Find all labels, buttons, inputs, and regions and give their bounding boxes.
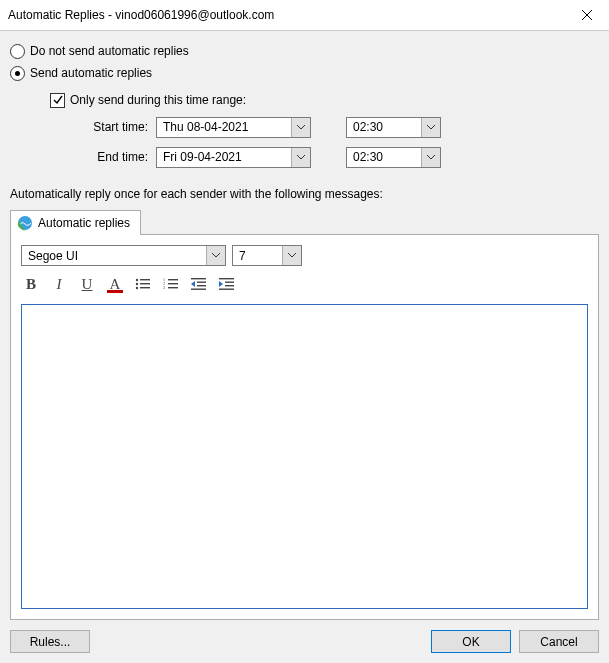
- close-button[interactable]: [564, 0, 609, 30]
- svg-point-7: [136, 287, 138, 289]
- dialog-body: Do not send automatic replies Send autom…: [0, 31, 609, 620]
- spacer: [98, 630, 423, 653]
- format-toolbar: B I U A 1 2 3: [21, 274, 588, 294]
- radio-label: Do not send automatic replies: [30, 44, 189, 58]
- svg-marker-24: [219, 281, 223, 287]
- tab-label: Automatic replies: [38, 216, 130, 230]
- font-size-value: 7: [233, 246, 282, 265]
- svg-rect-12: [168, 283, 178, 284]
- svg-rect-6: [140, 283, 150, 284]
- start-date-combo[interactable]: Thu 08-04-2021: [156, 117, 311, 138]
- button-label: Cancel: [540, 635, 577, 649]
- chevron-down-icon: [421, 118, 440, 137]
- chevron-down-icon: [282, 246, 301, 265]
- bold-button[interactable]: B: [21, 274, 41, 294]
- numbered-list-button[interactable]: 1 2 3: [161, 274, 181, 294]
- end-date-value: Fri 09-04-2021: [157, 148, 291, 167]
- font-size-combo[interactable]: 7: [232, 245, 302, 266]
- font-name-combo[interactable]: Segoe UI: [21, 245, 226, 266]
- font-color-button[interactable]: A: [105, 274, 125, 294]
- close-icon: [582, 10, 592, 20]
- globe-icon: [17, 215, 33, 231]
- button-label: OK: [462, 635, 479, 649]
- cancel-button[interactable]: Cancel: [519, 630, 599, 653]
- svg-rect-14: [168, 287, 178, 288]
- svg-rect-23: [219, 289, 234, 290]
- increase-indent-button[interactable]: [217, 274, 237, 294]
- checkbox-label: Only send during this time range:: [70, 93, 246, 107]
- chevron-down-icon: [206, 246, 225, 265]
- tabstrip: Automatic replies: [10, 209, 599, 234]
- font-row: Segoe UI 7: [21, 245, 588, 266]
- svg-rect-4: [140, 279, 150, 280]
- automatic-replies-dialog: Automatic Replies - vinod06061996@outloo…: [0, 0, 609, 663]
- svg-point-5: [136, 283, 138, 285]
- radio-do-not-send[interactable]: Do not send automatic replies: [10, 41, 599, 61]
- font-name-value: Segoe UI: [22, 246, 206, 265]
- start-date-value: Thu 08-04-2021: [157, 118, 291, 137]
- svg-rect-17: [197, 285, 206, 286]
- dialog-button-bar: Rules... OK Cancel: [0, 620, 609, 663]
- svg-rect-22: [225, 285, 234, 286]
- rules-button[interactable]: Rules...: [10, 630, 90, 653]
- underline-button[interactable]: U: [77, 274, 97, 294]
- svg-rect-16: [197, 282, 206, 283]
- decrease-indent-button[interactable]: [189, 274, 209, 294]
- radio-icon: [10, 66, 25, 81]
- bullet-list-button[interactable]: [133, 274, 153, 294]
- end-date-combo[interactable]: Fri 09-04-2021: [156, 147, 311, 168]
- ok-button[interactable]: OK: [431, 630, 511, 653]
- svg-point-3: [136, 279, 138, 281]
- instruction-text: Automatically reply once for each sender…: [10, 187, 599, 201]
- reply-message-editor[interactable]: [21, 304, 588, 609]
- chevron-down-icon: [291, 118, 310, 137]
- start-time-label: Start time:: [78, 120, 156, 134]
- start-time-value: 02:30: [347, 118, 421, 137]
- svg-text:3: 3: [163, 285, 165, 290]
- end-time-row: End time: Fri 09-04-2021 02:30: [78, 145, 599, 169]
- radio-icon: [10, 44, 25, 59]
- titlebar: Automatic Replies - vinod06061996@outloo…: [0, 0, 609, 31]
- svg-rect-18: [191, 289, 206, 290]
- svg-rect-10: [168, 279, 178, 280]
- italic-button[interactable]: I: [49, 274, 69, 294]
- svg-rect-21: [225, 282, 234, 283]
- checkbox-icon: [50, 93, 65, 108]
- start-time-row: Start time: Thu 08-04-2021 02:30: [78, 115, 599, 139]
- end-time-label: End time:: [78, 150, 156, 164]
- svg-rect-20: [219, 278, 234, 279]
- checkbox-only-send-range[interactable]: Only send during this time range:: [50, 90, 599, 110]
- tab-automatic-replies[interactable]: Automatic replies: [10, 210, 141, 235]
- window-title: Automatic Replies - vinod06061996@outloo…: [8, 8, 564, 22]
- radio-label: Send automatic replies: [30, 66, 152, 80]
- svg-marker-19: [191, 281, 195, 287]
- chevron-down-icon: [421, 148, 440, 167]
- end-time-combo[interactable]: 02:30: [346, 147, 441, 168]
- end-time-value: 02:30: [347, 148, 421, 167]
- editor-panel: Segoe UI 7 B I U A: [10, 234, 599, 620]
- start-time-combo[interactable]: 02:30: [346, 117, 441, 138]
- chevron-down-icon: [291, 148, 310, 167]
- button-label: Rules...: [30, 635, 71, 649]
- svg-rect-8: [140, 287, 150, 288]
- radio-send[interactable]: Send automatic replies: [10, 63, 599, 83]
- svg-rect-15: [191, 278, 206, 279]
